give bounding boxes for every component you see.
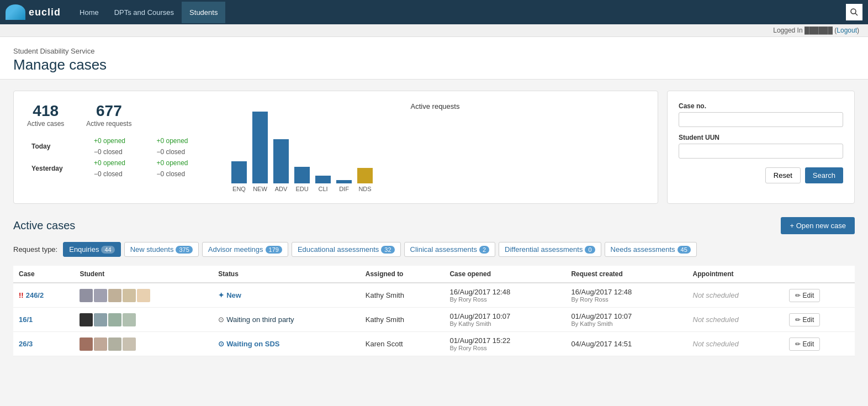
request-created-cell: 04/Aug/2017 14:51 xyxy=(565,332,687,356)
col-actions xyxy=(784,266,855,283)
table-row: 16/1⊙Waiting on third partyKathy Smith01… xyxy=(13,308,855,332)
edit-button[interactable]: ✏ Edit xyxy=(789,289,820,302)
tab-advisor-meetings-badge: 179 xyxy=(266,246,282,254)
nav-search-button[interactable] xyxy=(846,4,862,20)
search-button[interactable]: Search xyxy=(805,167,843,183)
col-request-created: Request created xyxy=(565,266,687,283)
avatar-block xyxy=(123,338,136,351)
page-header: Student Disability Service Manage cases xyxy=(0,37,868,80)
bar-rect-enq xyxy=(231,161,247,183)
avatar-block xyxy=(80,313,93,326)
page-subtitle: Student Disability Service xyxy=(13,47,855,55)
bar-label-cli: CLI xyxy=(318,186,327,192)
request-type-label: Request type: xyxy=(13,245,57,254)
tab-clinical-assessments[interactable]: Clinical assessments 2 xyxy=(404,242,496,257)
tab-needs-assessments[interactable]: Needs assessments 45 xyxy=(605,242,697,257)
nav-students[interactable]: Students xyxy=(182,2,225,23)
logout-link[interactable]: Logout xyxy=(837,27,857,34)
tab-clinical-assessments-badge: 2 xyxy=(479,246,489,254)
student-cell xyxy=(74,283,213,308)
page-title: Manage cases xyxy=(13,56,855,73)
today-row: Today +0 opened +0 opened xyxy=(27,135,215,146)
svg-line-1 xyxy=(855,13,858,15)
bar-adv: ADV xyxy=(273,139,289,192)
col-status: Status xyxy=(213,266,360,283)
appointment-cell: Not scheduled xyxy=(687,332,784,356)
case-opened-by: By Rory Ross xyxy=(449,296,560,303)
request-created-cell: 16/Aug/2017 12:48By Rory Ross xyxy=(565,283,687,308)
tab-enquiries[interactable]: Enquiries 44 xyxy=(63,242,120,257)
avatar-block xyxy=(137,289,150,302)
chart-title: Active requests xyxy=(226,102,644,110)
svg-point-0 xyxy=(851,9,856,14)
bar-rect-new xyxy=(252,112,268,183)
student-cell xyxy=(74,308,213,332)
status-text: ⊙Waiting on SDS xyxy=(218,340,279,348)
avatar-block xyxy=(108,289,121,302)
logo-text: euclid xyxy=(29,7,61,18)
bar-label-adv: ADV xyxy=(275,186,288,192)
status-cell: ⊙Waiting on third party xyxy=(213,308,360,332)
student-uun-input[interactable] xyxy=(679,144,843,159)
tab-needs-assessments-badge: 45 xyxy=(678,246,691,254)
bar-rect-nds xyxy=(357,168,373,183)
reset-button[interactable]: Reset xyxy=(765,167,801,183)
avatar-block xyxy=(80,338,93,351)
case-link[interactable]: 26/3 xyxy=(19,340,33,348)
case-link[interactable]: 246/2 xyxy=(26,291,44,299)
chart-section: Active requests ENQNEWADVEDUCLIDIFNDS xyxy=(226,102,644,192)
request-created-by: By Rory Ross xyxy=(571,296,681,303)
logo[interactable]: euclid xyxy=(6,4,61,20)
request-created-cell: 01/Aug/2017 10:07By Kathy Smith xyxy=(565,308,687,332)
search-actions: Reset Search xyxy=(679,167,843,183)
edit-button[interactable]: ✏ Edit xyxy=(789,338,820,351)
tab-enquiries-badge: 44 xyxy=(101,246,114,254)
edit-button[interactable]: ✏ Edit xyxy=(789,313,820,326)
tab-new-students-label: New students xyxy=(130,245,174,254)
case-link[interactable]: 16/1 xyxy=(19,315,33,324)
nav-dpts[interactable]: DPTs and Courses xyxy=(107,2,182,23)
avatar-block xyxy=(94,289,107,302)
nav-home[interactable]: Home xyxy=(72,2,107,23)
table-row: !!246/2✦NewKathy Smith16/Aug/2017 12:48B… xyxy=(13,283,855,308)
bar-rect-cli xyxy=(315,176,331,183)
yesterday-requests-opened: +0 opened xyxy=(152,157,215,168)
tab-differential-assessments[interactable]: Differential assessments 0 xyxy=(499,242,601,257)
tab-advisor-meetings[interactable]: Advisor meetings 179 xyxy=(202,242,288,257)
avatar-block xyxy=(108,313,121,326)
nav-links: Home DPTs and Courses Students xyxy=(72,2,846,23)
bar-label-enq: ENQ xyxy=(232,186,246,192)
bar-rect-edu xyxy=(294,167,310,183)
case-opened-cell: 01/Aug/2017 15:22By Rory Ross xyxy=(444,332,565,356)
tab-needs-assessments-label: Needs assessments xyxy=(611,245,675,254)
bar-label-edu: EDU xyxy=(295,186,308,192)
open-new-case-button[interactable]: + Open new case xyxy=(781,217,855,234)
bar-label-nds: NDS xyxy=(358,186,371,192)
tab-new-students[interactable]: New students 375 xyxy=(124,242,199,257)
col-student: Student xyxy=(74,266,213,283)
navbar: euclid Home DPTs and Courses Students xyxy=(0,0,868,24)
active-requests-stat: 677 Active requests xyxy=(86,102,131,128)
edit-cell: ✏ Edit xyxy=(784,332,855,356)
tab-new-students-badge: 375 xyxy=(176,246,192,254)
appointment-cell: Not scheduled xyxy=(687,283,784,308)
top-panel: 418 Active cases 677 Active requests Tod… xyxy=(13,91,855,204)
stats-section: 418 Active cases 677 Active requests Tod… xyxy=(27,102,215,192)
cases-table: Case Student Status Assigned to Case ope… xyxy=(13,266,855,356)
active-cases-label: Active cases xyxy=(27,120,64,128)
tab-enquiries-label: Enquiries xyxy=(69,245,99,254)
case-no-input[interactable] xyxy=(679,112,843,127)
tab-educational-assessments[interactable]: Educational assessments 32 xyxy=(292,242,401,257)
student-uun-label: Student UUN xyxy=(679,134,843,141)
logo-arc-icon xyxy=(6,4,25,20)
status-text: ⊙Waiting on third party xyxy=(218,315,294,324)
avatar-strip xyxy=(80,289,207,302)
bar-nds: NDS xyxy=(357,168,373,192)
yesterday-cases-closed: −0 closed xyxy=(89,168,152,180)
bar-dif: DIF xyxy=(336,180,352,192)
tab-clinical-assessments-label: Clinical assessments xyxy=(410,245,477,254)
bar-edu: EDU xyxy=(294,167,310,192)
status-cell: ⊙Waiting on SDS xyxy=(213,332,360,356)
active-cases-title: Active cases xyxy=(13,219,75,232)
bar-label-new: NEW xyxy=(253,186,267,192)
